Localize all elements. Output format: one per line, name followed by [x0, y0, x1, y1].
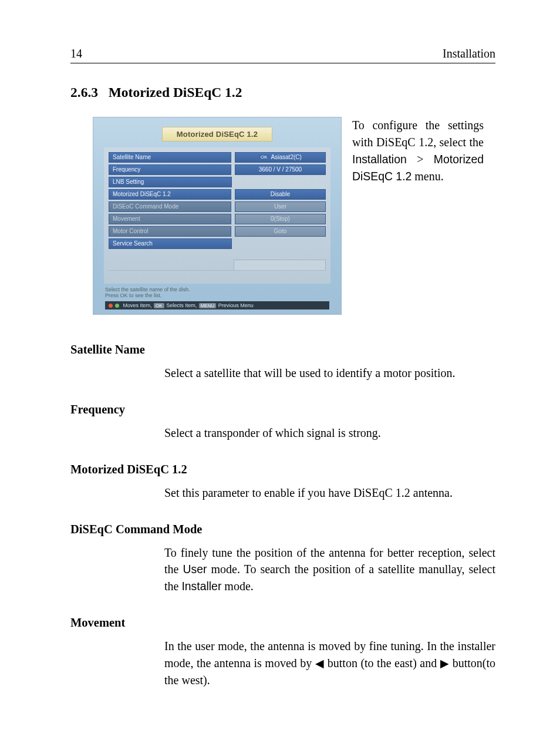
cmd-post: mode.: [221, 580, 253, 593]
dialog-title: Motorized DiSEqC 1.2: [162, 127, 272, 142]
red-dot-icon: [109, 304, 113, 308]
running-header: 14 Installation: [70, 47, 495, 60]
dialog-body: Satellite NameOKAsiasat2(C)Frequency3660…: [104, 147, 330, 284]
section-title-text: Motorized DiSEqC 1.2: [109, 85, 242, 100]
section-heading: 2.6.3 Motorized DiSEqC 1.2: [70, 85, 495, 100]
definition: Set this parameter to enable if you have…: [164, 484, 495, 502]
menu-row: Movement0(Stop): [109, 214, 326, 224]
left-triangle-icon: ◀: [315, 657, 325, 669]
right-triangle-icon: ▶: [440, 657, 450, 669]
intro-part2: menu.: [411, 170, 443, 183]
intro-part1: To configure the settings with DiSEqC 1.…: [352, 119, 484, 149]
menu-row: Motor ControlGoto: [109, 226, 326, 237]
menu-row-value: 3660 / V / 27500: [235, 164, 326, 175]
footer-moves: Moves Item,: [123, 302, 152, 308]
menu-row-label: Frequency: [109, 164, 231, 175]
definition: Select a transponder of which signal is …: [164, 425, 495, 442]
menu-row-label: Motor Control: [109, 226, 231, 237]
cmd-installer: Installer: [181, 580, 221, 593]
page: 14 Installation 2.6.3 Motorized DiSEqC 1…: [0, 0, 560, 747]
def-frequency: Frequency Select a transponder of which …: [70, 403, 495, 442]
figure-with-caption: Motorized DiSEqC 1.2 Satellite NameOKAsi…: [93, 117, 484, 315]
dialog-title-bar: Motorized DiSEqC 1.2: [104, 127, 330, 142]
menu-row: DiSEoC Command ModeUser: [109, 201, 326, 212]
def-command-mode: DiSEqC Command Mode To finely tune the p…: [70, 523, 495, 595]
footer-selects: Selects Item,: [166, 302, 197, 308]
screenshot-motorized-diseqc: Motorized DiSEqC 1.2 Satellite NameOKAsi…: [93, 117, 342, 315]
menu-row: Motorized DiSEqC 1.2Disable: [109, 189, 326, 200]
menu-row: Frequency3660 / V / 27500: [109, 164, 326, 175]
intro-paragraph: To configure the settings with DiSEqC 1.…: [352, 117, 484, 185]
term: Movement: [70, 616, 495, 630]
definition: Select a satellite that will be used to …: [164, 365, 495, 382]
menu-row-value: Disable: [235, 189, 326, 200]
dialog-lower-panel: [109, 260, 326, 271]
term: Satellite Name: [70, 343, 495, 356]
ok-badge-icon: OK: [259, 154, 269, 160]
menu-row-value: 0(Stop): [235, 214, 326, 224]
hint-line-1: Select the satellite name of the dish.: [105, 287, 190, 292]
menu-path-separator: >: [417, 153, 423, 166]
menu-row-label: Movement: [109, 214, 231, 224]
page-number: 14: [70, 47, 82, 60]
hint-line-2: Press OK to see the list.: [105, 292, 162, 298]
menu-row-value-empty: [235, 238, 326, 249]
menu-key-icon: MENU: [199, 303, 217, 308]
menu-row-value: User: [235, 201, 326, 212]
menu-row-value-empty: [235, 177, 326, 187]
menu-row-label: Service Search: [109, 238, 232, 249]
header-rule: [70, 63, 495, 63]
dialog-footer-bar: Moves Item, OK Selects Item, MENU Previo…: [105, 301, 329, 309]
term: Frequency: [70, 403, 495, 416]
term: DiSEqC Command Mode: [70, 523, 495, 536]
green-dot-icon: [115, 304, 119, 308]
menu-row-label: LNB Setting: [109, 177, 232, 187]
menu-row: LNB Setting: [109, 177, 326, 187]
menu-path-1: Installation: [352, 153, 407, 166]
menu-row: Satellite NameOKAsiasat2(C): [109, 152, 326, 163]
definition: In the user mode, the antenna is moved b…: [164, 638, 495, 688]
term: Motorized DiSEqC 1.2: [70, 463, 495, 476]
dialog-rows: Satellite NameOKAsiasat2(C)Frequency3660…: [109, 152, 326, 249]
cmd-user: User: [183, 563, 207, 576]
chapter-title: Installation: [443, 47, 495, 60]
footer-prev: Previous Menu: [218, 302, 254, 308]
def-movement: Movement In the user mode, the antenna i…: [70, 616, 495, 688]
menu-row-label: DiSEoC Command Mode: [109, 201, 231, 212]
dialog-hint: Select the satellite name of the dish. P…: [105, 287, 329, 299]
def-satellite-name: Satellite Name Select a satellite that w…: [70, 343, 495, 382]
menu-row-value: OKAsiasat2(C): [235, 152, 326, 163]
ok-key-icon: OK: [154, 303, 164, 308]
mv-mid: button (to the east) and: [324, 657, 440, 669]
menu-row-label: Motorized DiSEqC 1.2: [109, 189, 231, 200]
section-number: 2.6.3: [70, 85, 98, 100]
menu-row: Service Search: [109, 238, 326, 249]
def-motorized: Motorized DiSEqC 1.2 Set this parameter …: [70, 463, 495, 502]
menu-row-value: Goto: [235, 226, 326, 237]
definition: To finely tune the position of the anten…: [164, 544, 495, 595]
menu-row-label: Satellite Name: [109, 152, 231, 163]
